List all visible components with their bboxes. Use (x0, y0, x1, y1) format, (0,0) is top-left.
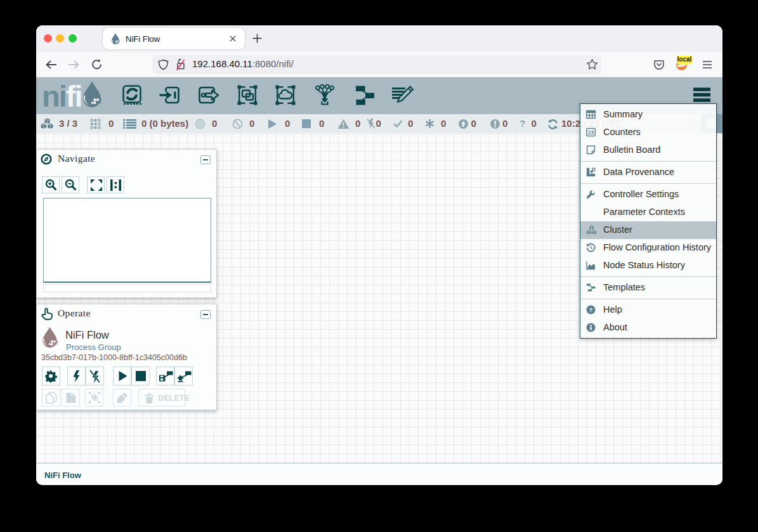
svg-text:?: ? (589, 306, 593, 313)
svg-text:23: 23 (588, 129, 594, 136)
